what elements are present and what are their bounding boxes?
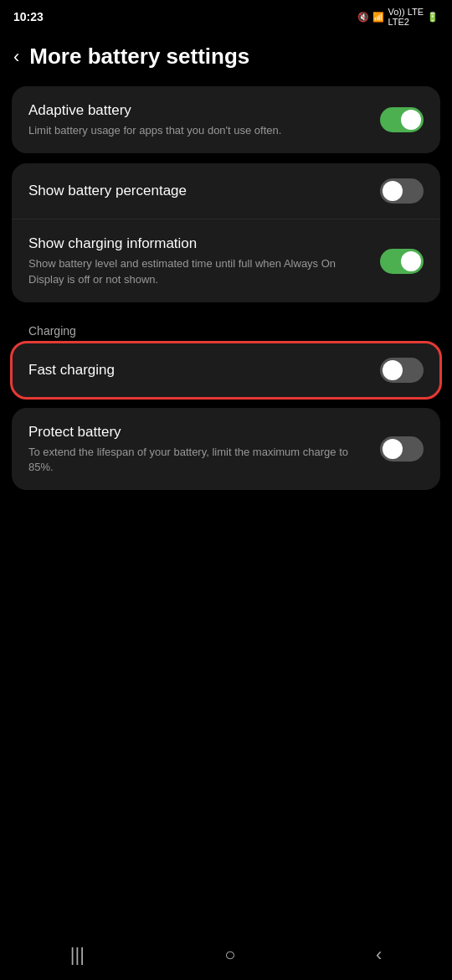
show-charging-item[interactable]: Show charging information Show battery l… (12, 219, 440, 302)
protect-battery-desc: To extend the lifespan of your battery, … (28, 445, 367, 475)
show-charging-toggle-knob (401, 251, 421, 271)
adaptive-battery-desc: Limit battery usage for apps that you do… (28, 123, 367, 138)
fast-charging-toggle-knob (383, 360, 403, 380)
status-bar: 10:23 🔇 📶 Vo)) LTELTE2 🔋 (0, 0, 452, 30)
show-charging-text: Show charging information Show battery l… (28, 235, 380, 286)
adaptive-battery-toggle[interactable] (380, 107, 424, 132)
battery-icon: 🔋 (427, 12, 439, 23)
nav-back-button[interactable]: ‹ (376, 944, 382, 966)
page-header: ‹ More battery settings (0, 30, 452, 86)
protect-battery-item[interactable]: Protect battery To extend the lifespan o… (12, 408, 440, 490)
fast-charging-text: Fast charging (28, 361, 380, 379)
charging-section-label: Charging (12, 312, 440, 343)
show-percentage-toggle[interactable] (380, 178, 424, 204)
wifi-icon: 📶 (372, 12, 384, 23)
display-settings-card: Show battery percentage Show charging in… (12, 163, 440, 302)
fast-charging-card: Fast charging (12, 343, 440, 398)
fast-charging-toggle[interactable] (380, 358, 424, 383)
show-charging-title: Show charging information (28, 235, 367, 253)
protect-battery-card: Protect battery To extend the lifespan o… (12, 408, 440, 490)
home-button[interactable]: ○ (224, 944, 235, 966)
recent-apps-button[interactable]: ||| (70, 944, 85, 966)
adaptive-battery-item[interactable]: Adaptive battery Limit battery usage for… (12, 86, 440, 153)
show-percentage-text: Show battery percentage (28, 182, 380, 200)
protect-battery-toggle-knob (383, 439, 403, 459)
adaptive-battery-card: Adaptive battery Limit battery usage for… (12, 86, 440, 153)
mute-icon: 🔇 (357, 12, 369, 23)
back-button[interactable]: ‹ (13, 46, 19, 68)
show-percentage-title: Show battery percentage (28, 182, 367, 200)
show-percentage-toggle-knob (383, 181, 403, 201)
nav-bar: ||| ○ ‹ (0, 930, 452, 980)
adaptive-battery-title: Adaptive battery (28, 101, 367, 120)
signal-icon: Vo)) LTELTE2 (388, 7, 424, 27)
fast-charging-title: Fast charging (28, 361, 367, 379)
status-time: 10:23 (13, 10, 44, 23)
show-charging-desc: Show battery level and estimated time un… (28, 256, 367, 286)
fast-charging-item[interactable]: Fast charging (12, 343, 440, 398)
adaptive-battery-text: Adaptive battery Limit battery usage for… (28, 101, 380, 138)
show-percentage-item[interactable]: Show battery percentage (12, 163, 440, 219)
settings-content: Adaptive battery Limit battery usage for… (0, 86, 452, 490)
page-title: More battery settings (29, 44, 249, 70)
protect-battery-text: Protect battery To extend the lifespan o… (28, 423, 380, 475)
show-charging-toggle[interactable] (380, 249, 424, 274)
protect-battery-toggle[interactable] (380, 436, 424, 462)
protect-battery-title: Protect battery (28, 423, 367, 441)
adaptive-battery-toggle-knob (401, 110, 421, 130)
status-icons: 🔇 📶 Vo)) LTELTE2 🔋 (357, 7, 439, 27)
